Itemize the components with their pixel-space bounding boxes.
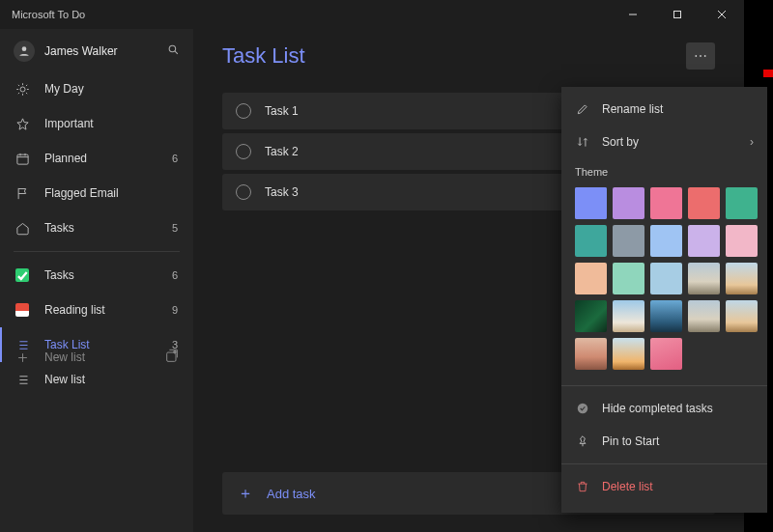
app-body: James Walker My Day Important — [0, 29, 744, 532]
svg-line-12 — [17, 84, 18, 85]
sidebar-item-planned[interactable]: Planned 6 — [0, 141, 193, 176]
add-list-label: New list — [44, 350, 85, 364]
task-checkbox[interactable] — [236, 184, 251, 200]
search-icon[interactable] — [167, 43, 180, 59]
theme-swatch[interactable] — [613, 338, 644, 370]
svg-point-39 — [578, 404, 588, 414]
theme-swatch[interactable] — [650, 187, 682, 219]
sidebar-item-label: New list — [44, 373, 178, 386]
smart-lists: My Day Important Planned 6 Flagged Email — [0, 71, 193, 245]
add-task-placeholder: Add task — [267, 487, 316, 501]
theme-swatch[interactable] — [575, 187, 607, 219]
menu-sort[interactable]: Sort by › — [561, 126, 767, 158]
sidebar-item-tasks[interactable]: Tasks 5 — [0, 210, 193, 245]
app-title: Microsoft To Do — [12, 9, 85, 20]
theme-swatch[interactable] — [726, 263, 758, 294]
sidebar-item-count: 6 — [172, 269, 180, 281]
theme-swatch[interactable] — [575, 263, 607, 294]
theme-swatch[interactable] — [613, 225, 644, 257]
sidebar-item-myday[interactable]: My Day — [0, 71, 193, 106]
window-controls — [611, 0, 744, 29]
list-options-menu: Rename list Sort by › Theme Hide complet… — [561, 87, 767, 513]
list-title[interactable]: Task List — [222, 43, 686, 69]
calendar-icon — [14, 150, 31, 167]
theme-swatch[interactable] — [650, 300, 682, 332]
theme-swatch[interactable] — [613, 187, 644, 219]
theme-swatch[interactable] — [688, 300, 720, 332]
sort-icon — [575, 134, 590, 150]
svg-line-14 — [17, 92, 18, 93]
sidebar-item-label: My Day — [44, 82, 178, 96]
sidebar-item-flagged[interactable]: Flagged Email — [0, 176, 193, 210]
minimize-button[interactable] — [611, 0, 655, 29]
pin-icon — [575, 434, 590, 449]
chevron-right-icon: › — [750, 135, 754, 149]
sidebar-item-count: 5 — [172, 222, 180, 234]
svg-point-5 — [169, 45, 176, 52]
task-title: Task 2 — [265, 145, 299, 158]
list-color-icon — [14, 301, 31, 319]
theme-swatch[interactable] — [726, 300, 758, 332]
profile-name: James Walker — [44, 44, 167, 58]
sidebar-item-important[interactable]: Important — [0, 106, 193, 141]
theme-swatch[interactable] — [688, 187, 720, 219]
svg-rect-1 — [674, 12, 681, 18]
plus-icon — [14, 349, 31, 366]
add-group-icon[interactable]: + — [164, 349, 180, 367]
theme-swatch[interactable] — [650, 338, 682, 370]
sidebar-list-reading[interactable]: Reading list 9 — [0, 293, 193, 327]
theme-swatches — [561, 183, 767, 379]
annotation-arrow — [763, 62, 773, 85]
task-checkbox[interactable] — [236, 103, 251, 119]
theme-swatch[interactable] — [688, 225, 720, 257]
sidebar: James Walker My Day Important — [0, 29, 193, 532]
maximize-button[interactable] — [655, 0, 700, 29]
svg-point-7 — [20, 87, 25, 92]
theme-swatch[interactable] — [650, 263, 682, 294]
custom-lists: Tasks 6 Reading list 9 Task List 3 New l… — [0, 258, 193, 397]
flag-icon — [14, 184, 31, 202]
list-color-icon — [14, 266, 31, 284]
theme-swatch[interactable] — [575, 338, 607, 370]
theme-heading: Theme — [561, 158, 767, 183]
theme-swatch[interactable] — [575, 300, 607, 332]
theme-swatch[interactable] — [688, 263, 720, 294]
menu-label: Hide completed tasks — [602, 402, 713, 415]
profile-row[interactable]: James Walker — [0, 35, 193, 71]
sidebar-item-count: 6 — [172, 153, 180, 164]
sidebar-item-label: Tasks — [44, 268, 172, 282]
theme-swatch[interactable] — [613, 300, 644, 332]
star-icon — [14, 115, 31, 132]
theme-swatch[interactable] — [726, 225, 758, 257]
plus-icon: ＋ — [238, 484, 253, 504]
menu-label: Delete list — [602, 480, 653, 493]
svg-rect-37 — [763, 70, 773, 77]
app-window: Microsoft To Do James Walker — [0, 0, 744, 532]
main-header: Task List ⋯ — [222, 42, 715, 70]
menu-pin[interactable]: Pin to Start — [561, 425, 767, 458]
list-options-button[interactable]: ⋯ — [686, 42, 715, 70]
trash-icon — [575, 479, 590, 494]
menu-separator — [561, 463, 767, 464]
menu-label: Pin to Start — [602, 434, 659, 448]
menu-delete[interactable]: Delete list — [561, 470, 767, 503]
menu-hide-completed[interactable]: Hide completed tasks — [561, 392, 767, 425]
theme-swatch[interactable] — [613, 263, 644, 294]
menu-separator — [561, 385, 767, 386]
svg-line-6 — [175, 51, 178, 54]
sidebar-item-count: 9 — [172, 304, 180, 316]
sidebar-item-label: Flagged Email — [44, 186, 178, 200]
close-button[interactable] — [700, 0, 744, 29]
theme-swatch[interactable] — [726, 187, 758, 219]
menu-rename[interactable]: Rename list — [561, 93, 767, 126]
check-circle-icon — [575, 401, 590, 416]
sidebar-item-label: Important — [44, 117, 178, 130]
theme-swatch[interactable] — [575, 225, 607, 257]
add-list-row[interactable]: New list + — [0, 341, 193, 374]
main-pane: Task List ⋯ Task 1 Task 2 Task 3 ＋ — [193, 29, 744, 532]
task-checkbox[interactable] — [236, 144, 251, 159]
sidebar-divider — [14, 251, 180, 252]
sidebar-list-tasks[interactable]: Tasks 6 — [0, 258, 193, 293]
theme-swatch[interactable] — [650, 225, 682, 257]
svg-marker-16 — [16, 118, 27, 128]
